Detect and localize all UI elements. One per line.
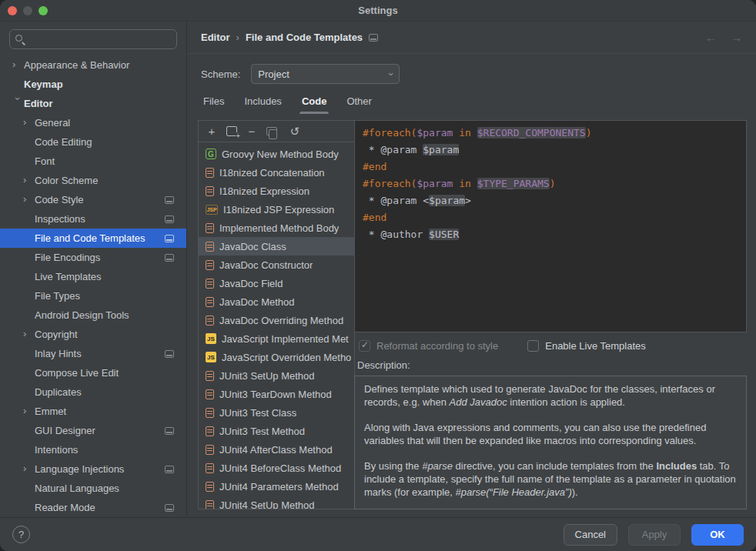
template-item-i18nized-concatenation[interactable]: I18nized Concatenation [199, 163, 354, 182]
description-text: Along with Java expressions and comments… [364, 422, 706, 446]
template-item-junit3-test-class[interactable]: JUnit3 Test Class [199, 403, 354, 422]
add-template-icon[interactable]: + [206, 125, 217, 137]
chevron-down-icon[interactable]: › [12, 97, 24, 109]
settings-search-input[interactable] [29, 33, 172, 46]
back-arrow-icon[interactable]: ← [705, 31, 717, 44]
sidebar-item-file-types[interactable]: ›File Types [0, 286, 186, 306]
sidebar-item-android-design-tools[interactable]: ›Android Design Tools [0, 306, 186, 325]
template-editor-pane: #foreach($param in $RECORD_COMPONENTS) *… [354, 120, 747, 509]
titlebar[interactable]: Settings [0, 0, 756, 22]
sidebar-item-appearance-behavior[interactable]: ›Appearance & Behavior [0, 55, 186, 75]
sidebar-item-language-injections[interactable]: ›Language Injections [0, 459, 186, 479]
breadcrumb-editor[interactable]: Editor [201, 32, 230, 43]
chevron-right-icon[interactable]: › [23, 193, 35, 205]
code-token: $param [423, 144, 459, 155]
help-button[interactable]: ? [12, 526, 30, 543]
tab-includes[interactable]: Includes [234, 91, 291, 114]
sidebar-item-gui-designer[interactable]: ›GUI Designer [0, 421, 186, 440]
sidebar-item-color-scheme[interactable]: ›Color Scheme [0, 171, 186, 190]
sidebar-item-inspections[interactable]: ›Inspections [0, 209, 186, 229]
traffic-lights [8, 6, 48, 15]
code-token: $RECORD_COMPONENTS [477, 127, 586, 139]
template-item-junit3-test-method[interactable]: JUnit3 Test Method [199, 422, 354, 440]
template-item-i18nized-expression[interactable]: I18nized Expression [199, 182, 354, 200]
chevron-right-icon[interactable]: › [12, 58, 24, 70]
sidebar-item-copyright[interactable]: ›Copyright [0, 325, 186, 344]
template-item-i18nized-jsp-expression[interactable]: JSPI18nized JSP Expression [199, 200, 354, 219]
scheme-dropdown[interactable]: Project › [251, 64, 400, 84]
template-item-junit4-beforeclass-method[interactable]: JUnit4 BeforeClass Method [199, 459, 354, 477]
sidebar-item-compose-live-edit[interactable]: ›Compose Live Edit [0, 363, 186, 382]
sidebar-item-code-editing[interactable]: ›Code Editing [0, 132, 186, 152]
template-item-javadoc-class[interactable]: JavaDoc Class [199, 237, 354, 255]
chevron-right-icon[interactable]: › [23, 174, 35, 185]
remove-template-icon[interactable]: − [246, 125, 257, 137]
code-token: in [459, 178, 471, 189]
code-token: $param [429, 195, 465, 206]
chevron-right-icon[interactable]: › [23, 463, 35, 474]
template-item-junit4-afterclass-method[interactable]: JUnit4 AfterClass Method [199, 440, 354, 459]
code-token: #foreach( [363, 178, 416, 189]
template-item-implemented-method-body[interactable]: Implemented Method Body [199, 219, 354, 237]
template-item-javadoc-field[interactable]: JavaDoc Field [199, 274, 354, 292]
template-item-javascript-overridden-metho[interactable]: JSJavaScript Overridden Metho [199, 348, 354, 366]
sidebar-item-live-templates[interactable]: ›Live Templates [0, 267, 186, 286]
sidebar-item-editor[interactable]: ›Editor [0, 94, 186, 113]
sidebar-item-font[interactable]: ›Font [0, 152, 186, 171]
template-item-junit3-setup-method[interactable]: JUnit3 SetUp Method [199, 366, 354, 385]
close-button[interactable] [8, 6, 17, 15]
apply-button[interactable]: Apply [628, 524, 681, 546]
sidebar-item-reader-mode[interactable]: ›Reader Mode [0, 498, 186, 517]
code-token: * @author [363, 229, 429, 240]
template-item-javadoc-overriding-method[interactable]: JavaDoc Overriding Method [199, 311, 354, 329]
template-item-javadoc-constructor[interactable]: JavaDoc Constructor [199, 255, 354, 274]
sidebar-item-keymap[interactable]: ›Keymap [0, 75, 186, 94]
sidebar-item-emmet[interactable]: ›Emmet [0, 402, 186, 421]
template-item-junit4-setup-method[interactable]: JUnit4 SetUp Method [199, 496, 354, 509]
code-token: * @param [363, 144, 423, 155]
template-item-junit3-teardown-method[interactable]: JUnit3 TearDown Method [199, 385, 354, 403]
settings-content: Editor › File and Code Templates ← → Sch… [187, 22, 756, 517]
sidebar-item-inlay-hints[interactable]: ›Inlay Hints [0, 344, 186, 363]
sidebar-item-code-style[interactable]: ›Code Style [0, 190, 186, 209]
sidebar-item-general[interactable]: ›General [0, 113, 186, 132]
chevron-right-icon[interactable]: › [23, 116, 35, 128]
reset-to-default-icon[interactable]: ↺ [289, 125, 300, 137]
description-paragraph: By using the #parse directive, you can i… [364, 459, 737, 499]
live-templates-option[interactable]: Enable Live Templates [527, 340, 646, 352]
tab-other[interactable]: Other [336, 91, 382, 114]
window-title: Settings [358, 5, 397, 16]
template-item-label: JavaDoc Constructor [219, 259, 313, 271]
create-child-template-icon[interactable] [226, 126, 237, 136]
sidebar-item-file-and-code-templates[interactable]: ›File and Code Templates [0, 229, 186, 248]
breadcrumb-separator: › [236, 32, 239, 43]
template-item-junit4-parameters-method[interactable]: JUnit4 Parameters Method [199, 477, 354, 496]
sidebar-item-duplicates[interactable]: ›Duplicates [0, 382, 186, 402]
template-item-javadoc-method[interactable]: JavaDoc Method [199, 292, 354, 311]
duplicate-template-icon[interactable] [266, 127, 277, 135]
template-item-label: JUnit3 Test Class [219, 407, 296, 419]
sidebar-item-file-encodings[interactable]: ›File Encodings [0, 248, 186, 267]
template-code-editor[interactable]: #foreach($param in $RECORD_COMPONENTS) *… [354, 120, 747, 332]
page-title: File and Code Templates [246, 32, 363, 43]
sidebar-item-natural-languages[interactable]: ›Natural Languages [0, 479, 186, 498]
ok-button[interactable]: OK [691, 524, 744, 546]
cancel-button[interactable]: Cancel [564, 524, 617, 546]
zoom-button[interactable] [38, 6, 48, 15]
search-field[interactable] [9, 29, 177, 49]
template-file-icon [206, 463, 214, 473]
template-file-icon [206, 223, 214, 233]
tab-files[interactable]: Files [193, 91, 234, 114]
sidebar-item-intentions[interactable]: ›Intentions [0, 440, 186, 459]
template-item-javascript-implemented-met[interactable]: JSJavaScript Implemented Met [199, 329, 354, 348]
forward-arrow-icon[interactable]: → [731, 31, 742, 44]
chevron-right-icon[interactable]: › [23, 328, 35, 339]
template-item-groovy-new-method-body[interactable]: GGroovy New Method Body [199, 145, 354, 163]
code-line: #end [363, 159, 738, 175]
live-templates-checkbox[interactable] [527, 340, 539, 352]
tab-code[interactable]: Code [292, 91, 337, 114]
reformat-option[interactable]: Reformat according to style [359, 340, 498, 352]
chevron-right-icon[interactable]: › [23, 405, 35, 416]
reformat-checkbox[interactable] [359, 340, 370, 352]
template-file-icon [206, 316, 214, 326]
